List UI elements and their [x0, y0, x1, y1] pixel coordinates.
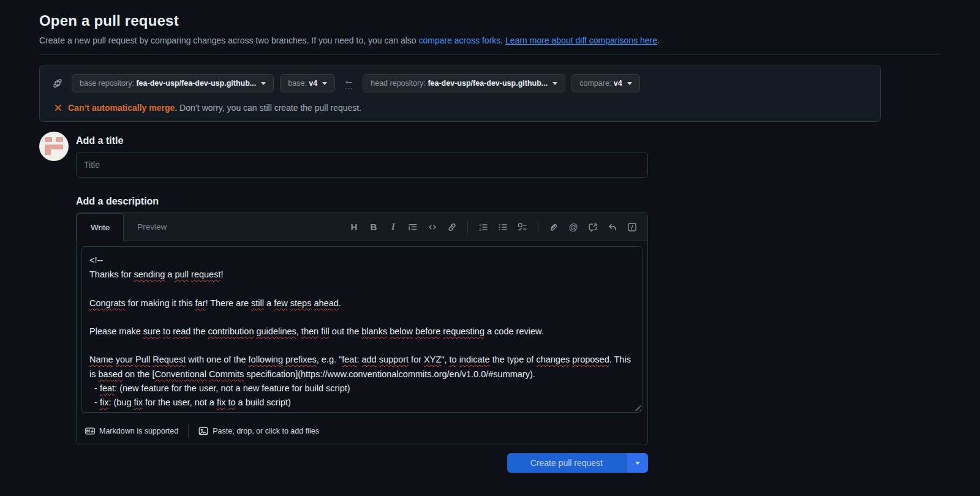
branch-selector-box: base repository: fea-dev-usp/fea-dev-usp… [39, 66, 881, 122]
mention-icon[interactable]: @ [564, 218, 582, 236]
git-compare-icon [52, 78, 63, 89]
subtitle-text: Create a new pull request by comparing c… [39, 36, 418, 45]
footer-divider [188, 424, 189, 438]
cross-reference-icon[interactable] [584, 218, 602, 236]
compare-across-forks-link[interactable]: compare across forks [418, 36, 500, 45]
merge-status-emphasis: Can’t automatically merge. [68, 103, 177, 113]
slash-commands-icon[interactable] [623, 218, 641, 236]
image-icon [198, 426, 208, 436]
unordered-list-icon[interactable] [494, 218, 512, 236]
page-subtitle: Create a new pull request by comparing c… [39, 36, 941, 45]
code-icon[interactable] [423, 218, 442, 236]
editor-footer: Markdown is supported Paste, drop, or cl… [77, 418, 647, 445]
toolbar-divider [538, 221, 538, 233]
merge-status: Can’t automatically merge. Don’t worry, … [52, 103, 868, 113]
markdown-supported-link[interactable]: Markdown is supported [85, 426, 178, 436]
markdown-toolbar: H B I 12 [345, 213, 647, 241]
description-editor: Write Preview H B I [76, 212, 648, 445]
create-pr-split-button: Create pull request [507, 453, 648, 473]
toolbar-divider [467, 221, 468, 233]
merge-status-detail: Don’t worry, you can still create the pu… [179, 103, 361, 113]
base-branch-dropdown[interactable]: base: v4 [280, 74, 335, 92]
resize-grip[interactable] [633, 403, 641, 411]
diff-comparisons-link[interactable]: Learn more about diff comparisons here [505, 36, 657, 45]
caret-down-icon [322, 82, 327, 85]
bold-icon[interactable]: B [364, 218, 383, 236]
attach-files-button[interactable]: Paste, drop, or click to add files [198, 426, 319, 436]
link-icon[interactable] [443, 218, 461, 236]
caret-down-icon [635, 462, 640, 465]
heading-icon[interactable]: H [345, 218, 363, 236]
editor-header: Write Preview H B I [77, 213, 647, 241]
add-title-heading: Add a title [76, 132, 648, 146]
quote-icon[interactable] [404, 218, 422, 236]
add-description-heading: Add a description [76, 192, 648, 207]
numbered-list-icon[interactable]: 12 [474, 218, 492, 236]
x-icon [54, 103, 62, 112]
title-input[interactable] [76, 152, 648, 178]
italic-icon[interactable]: I [384, 218, 402, 236]
markdown-icon [85, 426, 95, 436]
compare-branch-dropdown[interactable]: compare: v4 [571, 74, 640, 92]
base-repository-dropdown[interactable]: base repository: fea-dev-usp/fea-dev-usp… [72, 74, 274, 92]
caret-down-icon [627, 82, 632, 85]
loading-dots: ··· [345, 85, 353, 92]
tab-preview[interactable]: Preview [124, 213, 180, 241]
caret-down-icon [552, 82, 557, 85]
head-repository-dropdown[interactable]: head repository: fea-dev-usp/fea-dev-usp… [363, 74, 565, 92]
attach-file-icon[interactable] [545, 218, 563, 236]
left-arrow-icon: ← [344, 75, 354, 86]
user-avatar [39, 132, 69, 161]
compare-direction-arrow: ← ··· [341, 75, 356, 92]
header-divider [39, 54, 941, 54]
create-pr-options-button[interactable] [626, 453, 648, 473]
tasklist-icon[interactable] [513, 218, 532, 236]
svg-text:2: 2 [479, 228, 481, 231]
create-pull-request-button[interactable]: Create pull request [507, 453, 626, 473]
tab-write[interactable]: Write [77, 213, 124, 241]
page-title: Open a pull request [39, 12, 941, 29]
reply-icon[interactable] [603, 218, 622, 236]
caret-down-icon [261, 82, 266, 85]
svg-text:1: 1 [479, 223, 481, 227]
description-textarea[interactable]: <!-- Thanks for sending a pull request! … [81, 246, 643, 413]
